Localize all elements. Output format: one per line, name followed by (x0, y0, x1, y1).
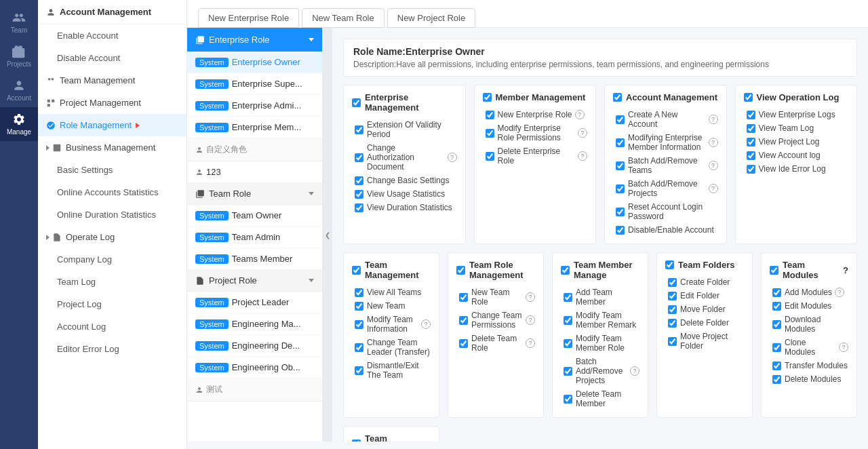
business-management-section[interactable]: Business Management (38, 136, 186, 159)
panel-collapse-button[interactable]: ❮ (323, 28, 332, 442)
custom-count-label: 123 (206, 167, 221, 177)
enterprise-role-chevron (309, 38, 314, 41)
role-panel: Enterprise Role System Enterprise Owner … (187, 28, 323, 442)
team-role-mgmt-section: Team Role Management New Team Role? Chan… (448, 252, 544, 418)
project-log-item[interactable]: Project Log (38, 293, 186, 315)
enterprise-admin-item[interactable]: System Enterprise Admi... (187, 95, 322, 117)
custom-count-item[interactable]: 123 (187, 161, 322, 183)
change-team-perm-help-icon: ? (526, 315, 535, 325)
basic-settings-item[interactable]: Basic Settings (38, 159, 186, 181)
enterprise-mem-item[interactable]: System Enterprise Mem... (187, 117, 322, 138)
account-management-section[interactable]: Account Management (38, 0, 186, 24)
role-management-section[interactable]: Role Management (38, 114, 186, 136)
account-management-perm-section: Account Management Create A New Account … (604, 85, 727, 244)
perm-basic-settings: Change Basic Settings (352, 174, 457, 187)
nav-manage[interactable]: Manage (0, 107, 38, 141)
log-chevron-icon (46, 235, 50, 240)
project-management-section[interactable]: Project Management (38, 92, 186, 114)
batch-projects-help-icon: ? (630, 366, 639, 376)
engineering-de-item[interactable]: System Engineering De... (187, 335, 322, 357)
tab-new-team-role[interactable]: New Team Role (302, 8, 384, 28)
nav-projects[interactable]: Projects (0, 39, 38, 73)
business-chevron-icon (46, 145, 50, 151)
perm-duration-stats: View Duration Statistics (352, 201, 457, 214)
perm-grid-row3: Team Components Add Components? Edit Com… (343, 426, 857, 442)
business-management-label: Business Management (66, 142, 155, 153)
clone-modules-help-icon: ? (839, 343, 848, 352)
team-admin-label: Team Admin (232, 232, 281, 242)
teams-member-item[interactable]: System Teams Member (187, 248, 322, 270)
online-accounts-statistics-item[interactable]: Online Accounts Statistics (38, 181, 186, 203)
member-management-section: Member Management New Enterprise Role ? … (474, 85, 597, 244)
new-team-role-help-icon: ? (526, 292, 535, 302)
disable-account-item[interactable]: Disable Account (38, 47, 186, 69)
account-log-item[interactable]: Account Log (38, 315, 186, 338)
perm-grid-row2: Team Management View All Teams New Team … (343, 252, 857, 418)
permission-content: Role Name:Enterprise Owner Description:H… (332, 28, 868, 442)
engineering-ob-item[interactable]: System Engineering Ob... (187, 357, 322, 378)
enterprise-mem-label: Enterprise Mem... (232, 122, 302, 132)
enterprise-mgmt-checkbox[interactable] (352, 98, 361, 107)
team-management-section[interactable]: Team Management (38, 69, 186, 92)
nav-account[interactable]: Account (0, 73, 38, 107)
batch-add-teams-help-icon: ? (709, 161, 718, 170)
left-menu: Account Management Enable Account Disabl… (38, 0, 187, 449)
teams-member-label: Teams Member (232, 254, 293, 264)
basic-settings-checkbox[interactable] (355, 176, 363, 185)
modify-team-info-help-icon: ? (421, 319, 431, 329)
auth-doc-checkbox[interactable] (355, 153, 363, 162)
project-leader-label: Project Leader (232, 297, 290, 307)
tab-new-enterprise-role[interactable]: New Enterprise Role (198, 8, 299, 28)
role-layout: Enterprise Role System Enterprise Owner … (187, 28, 868, 442)
enterprise-owner-badge: System (195, 58, 229, 67)
validity-period-checkbox[interactable] (355, 125, 363, 134)
team-role-header[interactable]: Team Role (187, 183, 322, 205)
team-role-title: Team Role (209, 189, 251, 199)
online-duration-statistics-item[interactable]: Online Duration Statistics (38, 203, 186, 226)
account-mgmt-title: Account Management (626, 92, 717, 102)
enterprise-owner-item[interactable]: System Enterprise Owner (187, 52, 322, 73)
enterprise-mgmt-title: Enterprise Management (365, 92, 457, 113)
enterprise-super-badge: System (195, 79, 229, 89)
tab-new-project-role[interactable]: New Project Role (387, 8, 475, 28)
project-management-label: Project Management (60, 98, 141, 108)
perm-header: Role Name:Enterprise Owner Description:H… (343, 39, 857, 77)
operate-log-label: Operate Log (66, 232, 115, 242)
account-mgmt-checkbox[interactable] (613, 93, 622, 102)
engineering-de-label: Engineering De... (232, 340, 300, 351)
usage-stats-checkbox[interactable] (355, 190, 363, 199)
nav-account-label: Account (7, 94, 31, 102)
team-log-item[interactable]: Team Log (38, 271, 186, 293)
custom-user-label: 测试 (206, 384, 222, 395)
modify-ent-role-help-icon: ? (578, 128, 587, 138)
new-ent-role-help-icon: ? (575, 110, 585, 119)
custom-user-section: 测试 (187, 378, 322, 402)
editor-error-log-item[interactable]: Editor Error Log (38, 338, 186, 360)
top-tabs: New Enterprise Role New Team Role New Pr… (187, 0, 868, 28)
custom-section-label: 自定义角色 (206, 144, 247, 155)
enterprise-role-header[interactable]: Enterprise Role (187, 28, 322, 52)
duration-stats-checkbox[interactable] (355, 203, 363, 212)
team-owner-item[interactable]: System Team Owner (187, 205, 322, 227)
member-mgmt-checkbox[interactable] (483, 93, 492, 102)
enterprise-super-item[interactable]: System Enterprise Supe... (187, 73, 322, 95)
project-role-header[interactable]: Project Role (187, 270, 322, 292)
enable-account-item[interactable]: Enable Account (38, 24, 186, 47)
project-role-chevron (309, 279, 314, 282)
enterprise-role-title: Enterprise Role (209, 35, 270, 45)
team-admin-item[interactable]: System Team Admin (187, 227, 322, 248)
view-logs-checkbox[interactable] (744, 93, 753, 102)
nav-projects-label: Projects (7, 60, 31, 68)
engineering-ma-item[interactable]: System Engineering Ma... (187, 313, 322, 335)
operate-log-section[interactable]: Operate Log (38, 226, 186, 248)
perm-role-desc: Description:Have all permissions, includ… (353, 60, 847, 69)
team-role-chevron (309, 192, 314, 195)
company-log-item[interactable]: Company Log (38, 248, 186, 271)
enterprise-admin-badge: System (195, 101, 229, 111)
perm-auth-doc: Change Authorization Document ? (352, 141, 457, 174)
project-leader-item[interactable]: System Project Leader (187, 292, 322, 313)
perm-validity-period: Extension Of Validity Period (352, 118, 457, 141)
team-management-label: Team Management (60, 75, 135, 85)
nav-team[interactable]: Team (0, 5, 38, 39)
enterprise-super-label: Enterprise Supe... (232, 79, 302, 89)
